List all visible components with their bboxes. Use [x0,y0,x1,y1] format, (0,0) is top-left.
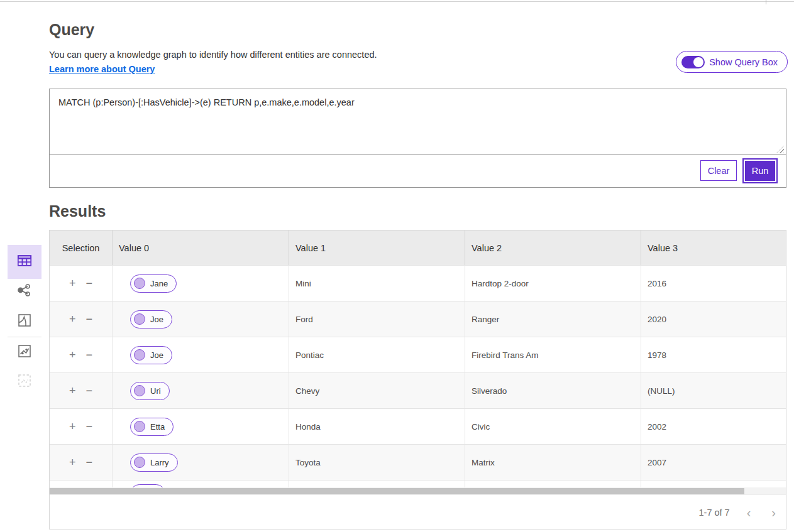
toggle-knob [693,57,703,67]
scrollbar-thumb[interactable] [50,488,744,494]
show-query-box-toggle[interactable]: Show Query Box [676,51,788,73]
selection-cell [50,480,112,487]
value1-cell: Mini [289,266,465,301]
value0-cell: Larry [112,445,289,480]
sidebar-item-table-view[interactable] [8,245,41,279]
remove-selection-button[interactable]: − [86,278,93,289]
entity-dot-icon [134,313,145,325]
entity-chip[interactable]: Joe [130,310,172,328]
add-selection-button[interactable]: + [69,349,76,361]
selection-cell: + − [50,373,112,408]
add-selection-button[interactable]: + [69,421,76,432]
value3-cell: (NULL) [641,373,786,408]
value2-cell: Ranger [465,301,641,337]
value2-cell: Silverado [465,373,641,408]
entity-chip[interactable]: Jane [130,274,177,293]
clear-button[interactable]: Clear [700,160,737,181]
sidebar-divider [8,337,41,337]
remove-selection-button[interactable]: − [86,421,93,432]
sidebar-item-disabled-view [8,373,41,391]
value1-cell: Toyota [289,445,465,480]
sidebar-item-link-chart-view[interactable] [8,283,41,300]
remove-selection-button[interactable]: − [86,313,93,325]
previous-page-button[interactable]: ‹ [743,506,755,519]
map-view-icon [17,313,32,330]
entity-chip[interactable]: Uri [130,382,170,400]
value3-cell: 1978 [641,337,786,372]
add-selection-button[interactable]: + [69,313,76,325]
value2-cell [465,480,641,487]
entity-chip[interactable]: Joe [130,346,172,364]
top-border-line [0,1,794,2]
entity-dot-icon [134,385,145,396]
value3-cell: 2002 [641,409,786,444]
table-row: + − Joe Ford Ranger 2020 [50,301,786,337]
value0-cell [112,480,289,487]
value3-cell: 2007 [641,445,786,480]
table-row-clipped [50,480,786,487]
value1-cell: Pontiac [289,337,465,372]
value0-cell: Joe [112,301,289,337]
entity-name: Larry [150,458,169,467]
entity-name: Joe [150,315,163,324]
column-header-value3: Value 3 [641,231,786,265]
disabled-view-icon [17,373,32,391]
selection-cell: + − [50,266,112,301]
table-row: + − Jane Mini Hardtop 2-door 2016 [50,265,786,301]
remove-selection-button[interactable]: − [86,457,93,468]
column-header-selection: Selection [50,231,112,265]
add-selection-button[interactable]: + [69,385,76,396]
query-description: You can query a knowledge graph to ident… [49,50,377,60]
entity-chip[interactable]: Larry [130,453,178,472]
add-selection-button[interactable]: + [69,457,76,468]
value2-cell: Hardtop 2-door [465,266,641,301]
add-selection-button[interactable]: + [69,278,76,289]
entity-dot-icon [134,457,145,468]
toggle-label: Show Query Box [709,57,778,67]
entity-dot-icon [134,278,145,289]
sidebar-item-map-view[interactable] [8,313,41,330]
table-row: + − Uri Chevy Silverado (NULL) [50,372,786,408]
learn-more-link[interactable]: Learn more about Query [49,64,155,74]
results-title: Results [49,202,106,220]
value0-cell: Joe [112,337,289,372]
selection-cell: + − [50,301,112,337]
value3-cell [641,480,786,487]
top-scroll-tick [766,0,766,4]
remove-selection-button[interactable]: − [86,349,93,361]
value1-cell: Honda [289,409,465,444]
table-header-row: Selection Value 0 Value 1 Value 2 Value … [50,231,786,265]
entity-dot-icon [134,421,145,432]
run-button[interactable]: Run [745,161,775,181]
sidebar-item-map-graph-view[interactable] [8,344,41,361]
entity-name: Jane [150,279,168,288]
query-page-title: Query [49,21,94,39]
next-page-button[interactable]: › [768,506,780,519]
horizontal-scrollbar[interactable] [50,487,786,494]
toggle-switch-icon[interactable] [681,56,705,68]
table-pagination-bar: 1-7 of 7 ‹ › [50,494,786,529]
entity-dot-icon [134,349,145,361]
value1-cell [289,480,465,487]
table-row: + − Joe Pontiac Firebird Trans Am 1978 [50,337,786,372]
map-graph-view-icon [17,344,32,361]
value2-cell: Matrix [465,445,641,480]
value3-cell: 2020 [641,301,786,337]
link-chart-view-icon [17,283,32,300]
remove-selection-button[interactable]: − [86,385,93,396]
value1-cell: Chevy [289,373,465,408]
query-input[interactable]: MATCH (p:Person)-[:HasVehicle]->(e) RETU… [50,89,786,155]
column-header-value2: Value 2 [465,231,641,265]
entity-name: Etta [150,422,165,432]
query-box-panel: MATCH (p:Person)-[:HasVehicle]->(e) RETU… [49,89,786,188]
value2-cell: Civic [465,409,641,444]
selection-cell: + − [50,445,112,480]
table-row: + − Larry Toyota Matrix 2007 [50,444,786,480]
entity-chip[interactable]: Etta [130,418,174,436]
value3-cell: 2016 [641,266,786,301]
value0-cell: Uri [112,373,289,408]
selection-cell: + − [50,337,112,372]
value0-cell: Jane [112,266,289,301]
table-row: + − Etta Honda Civic 2002 [50,408,786,444]
entity-name: Joe [150,350,163,360]
